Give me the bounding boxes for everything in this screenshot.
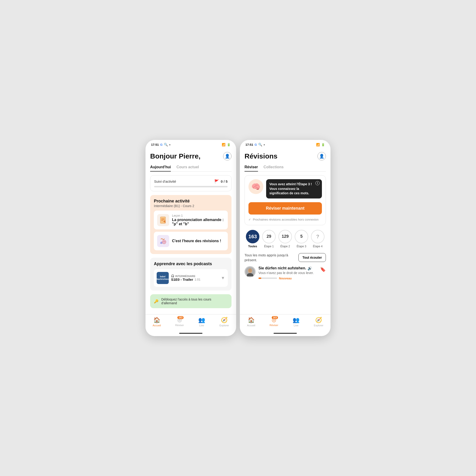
screens-container: 17:51 G 🔍 • 📶 🔋 Bonjour Pierre, 👤 Aujour… — [146, 140, 330, 336]
sound-icon[interactable]: 🔊 — [307, 266, 312, 271]
lesson-number: Leçon 1 — [172, 214, 224, 217]
nav-label-live-right: Live — [294, 324, 298, 327]
bookmark-icon[interactable]: 🔖 — [320, 267, 326, 272]
unlock-banner[interactable]: 🔑 Débloquez l'accès à tous les cours d'a… — [150, 294, 232, 308]
offline-text: Prochaines révisions accessibles hors co… — [253, 218, 319, 221]
home-indicator-left — [146, 331, 236, 336]
lesson-name: La prononciation allemande : "p" et "b" — [172, 218, 224, 226]
word-progress-bar — [258, 277, 277, 279]
bottom-nav-left: 🏠 Accueil ◎ 163 Réviser 👥 Live 🧭 Explore… — [146, 314, 236, 331]
activity-card: Suivi d'activité 🚩 0 / 5 — [150, 175, 232, 191]
google-g-right: G — [255, 143, 257, 146]
nav-accueil-left[interactable]: 🏠 Accueil — [153, 317, 161, 327]
progress-bar-bg — [154, 186, 228, 187]
stat-etape4[interactable]: ? Étape 4 — [311, 230, 324, 248]
reviser-maintenant-button[interactable]: Réviser maintenant — [248, 202, 322, 215]
nav-label-accueil-left: Accueil — [153, 324, 161, 327]
left-screen-content: Bonjour Pierre, 👤 Aujourd'hui Cours actu… — [146, 148, 236, 314]
home-indicator-right — [240, 331, 330, 336]
status-bar-left: 17:51 G 🔍 • 📶 🔋 — [146, 140, 236, 148]
explorer-icon-right: 🧭 — [315, 317, 322, 323]
podcast-info: 🎧 INTERMÉDIAIRE S1E0 - Trailer 1:01 — [171, 274, 219, 281]
revision-item[interactable]: C'est l'heure des révisions ! — [154, 232, 228, 250]
time-right: 17:51 — [245, 143, 253, 146]
stat-etape2[interactable]: 129 Étape 2 — [278, 230, 292, 248]
podcast-level: 🎧 INTERMÉDIAIRE — [171, 274, 219, 277]
chevron-down-icon: ▼ — [221, 276, 225, 281]
stat-label-etape1: Étape 1 — [264, 245, 273, 248]
left-page-header: Bonjour Pierre, 👤 — [150, 148, 232, 163]
avatar-left[interactable]: 👤 — [223, 152, 232, 160]
stats-row: 163 Toutes 29 Étape 1 129 Étape 2 5 Étap… — [244, 230, 326, 248]
live-icon-left: 👥 — [198, 317, 205, 323]
word-translation: Vous n'avez pas le droit de vous lever. — [258, 271, 317, 275]
flag-icon: 🚩 — [214, 179, 219, 184]
info-button[interactable]: i — [315, 181, 320, 185]
nav-label-reviser-left: Réviser — [175, 324, 184, 326]
podcasts-title: Apprendre avec les podcasts — [154, 261, 228, 266]
word-progress-fill — [258, 277, 261, 279]
tab-reviser[interactable]: Réviser — [244, 163, 258, 171]
tooltip-text: Vous avez atteint l'Étape 3 ! Vous conna… — [269, 182, 312, 195]
lesson-info: Leçon 1 La prononciation allemande : "p"… — [172, 214, 224, 226]
nav-label-reviser-right: Réviser — [270, 324, 278, 326]
stat-label-etape4: Étape 4 — [313, 245, 322, 248]
revision-icon — [157, 235, 169, 247]
revisions-card: 🧠 Vous avez atteint l'Étape 3 ! Vous con… — [244, 175, 326, 225]
podcast-duration: 1:01 — [195, 278, 200, 281]
page-title-left: Bonjour Pierre, — [150, 152, 201, 160]
nav-explorer-left[interactable]: 🧭 Explorer — [220, 317, 229, 327]
next-activity-subtitle: Intermédiaire (B1) - Cours 2 — [154, 204, 228, 208]
next-activity-title: Prochaine activité — [154, 199, 228, 204]
wifi-icon-right: 📶 — [316, 143, 320, 146]
nav-label-live-left: Live — [199, 324, 204, 327]
word-info: Sie dürfen nicht aufstehen. 🔊 Vous n'ave… — [258, 266, 317, 280]
right-page-header: Révisions 👤 — [244, 148, 326, 163]
right-screen: 17:51 G 🔍 • 📶 🔋 Révisions 👤 Réviser Coll… — [240, 140, 330, 336]
dot-left: • — [169, 143, 170, 146]
podcast-thumbnail: babelNachrichten — [157, 272, 169, 284]
nav-explorer-right[interactable]: 🧭 Explorer — [314, 317, 323, 327]
stat-label-etape2: Étape 2 — [280, 245, 290, 248]
listen-all-button[interactable]: Tout écouter — [298, 253, 326, 262]
next-activity-card: Prochaine activité Intermédiaire (B1) - … — [150, 195, 232, 254]
home-bar-left — [179, 333, 203, 334]
nav-label-explorer-right: Explorer — [314, 324, 323, 327]
stat-etape3[interactable]: 5 Étape 3 — [295, 230, 308, 248]
stat-toutes[interactable]: 163 Toutes — [246, 230, 259, 248]
wifi-icon-left: 📶 — [222, 143, 225, 146]
podcast-item[interactable]: babelNachrichten 🎧 INTERMÉDIAIRE S1E0 - … — [154, 269, 228, 287]
offline-row: ✓ Prochaines révisions accessibles hors … — [248, 218, 322, 221]
podcast-name: S1E0 - Trailer — [171, 277, 193, 281]
nav-live-right[interactable]: 👥 Live — [293, 317, 300, 327]
tab-collections[interactable]: Collections — [264, 163, 284, 171]
tab-aujourd-hui[interactable]: Aujourd'hui — [150, 163, 171, 171]
svg-point-6 — [161, 241, 162, 242]
dot-right: • — [264, 143, 265, 146]
avatar-right[interactable]: 👤 — [318, 152, 326, 160]
word-sentence: Sie dürfen nicht aufstehen. 🔊 — [258, 266, 317, 271]
bottom-nav-right: 🏠 Accueil ◎ 163 Réviser 👥 Live 🧭 Explore… — [240, 314, 330, 331]
word-avatar — [244, 266, 256, 277]
nav-accueil-right[interactable]: 🏠 Accueil — [247, 317, 255, 327]
search-icon-left: 🔍 — [164, 143, 168, 146]
word-progress: Nouveau — [258, 277, 317, 280]
stat-circle-etape3: 5 — [295, 230, 308, 243]
nav-live-left[interactable]: 👥 Live — [198, 317, 205, 327]
lesson-item[interactable]: Leçon 1 La prononciation allemande : "p"… — [154, 211, 228, 229]
stat-etape1[interactable]: 29 Étape 1 — [262, 230, 276, 248]
word-item: Sie dürfen nicht aufstehen. 🔊 Vous n'ave… — [244, 266, 326, 284]
svg-point-10 — [248, 269, 252, 272]
right-screen-content: Révisions 👤 Réviser Collections 🧠 Vous a… — [240, 148, 330, 314]
status-bar-right: 17:51 G 🔍 • 📶 🔋 — [240, 140, 330, 148]
activity-score: 0 / 5 — [221, 179, 228, 183]
nav-reviser-right[interactable]: ◎ 163 Réviser — [270, 317, 278, 326]
word-new-badge: Nouveau — [279, 277, 292, 280]
nav-reviser-left[interactable]: ◎ 163 Réviser — [175, 317, 184, 326]
activity-title: Suivi d'activité — [154, 179, 176, 183]
tab-cours-actuel[interactable]: Cours actuel — [176, 163, 199, 171]
home-bar-right — [273, 333, 297, 334]
explorer-icon-left: 🧭 — [221, 317, 228, 323]
brain-icon: 🧠 — [248, 179, 263, 194]
home-icon-left: 🏠 — [153, 317, 160, 323]
